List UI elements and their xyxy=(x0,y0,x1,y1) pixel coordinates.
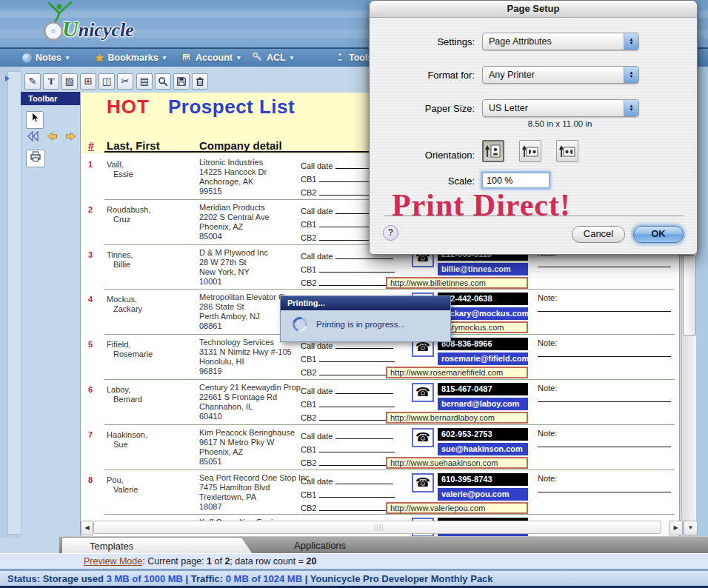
note-line xyxy=(538,447,671,447)
landscape-left-orientation-icon xyxy=(521,142,539,160)
next-page-button[interactable] xyxy=(63,131,78,146)
current-page-number: 1 xyxy=(207,556,212,567)
help-button[interactable]: ? xyxy=(383,225,398,241)
cut-button[interactable]: ✂ xyxy=(117,73,133,90)
landscape-right-orientation-icon xyxy=(558,142,576,160)
scroll-left-button[interactable]: ◀ xyxy=(81,521,93,535)
search-button[interactable] xyxy=(155,73,171,90)
printer-icon xyxy=(30,150,41,162)
print-direct-watermark: Print Direct! xyxy=(392,187,571,223)
email-link[interactable]: bernard@laboy.com xyxy=(438,398,528,410)
image-button[interactable]: ▨ xyxy=(61,73,78,90)
settings-value: Page Attributes xyxy=(483,36,624,47)
scroll-menu-button[interactable]: ▼ xyxy=(684,521,698,535)
company-address: Sea Port Record One Stop Inc7475 Hamilto… xyxy=(199,473,310,512)
status-prefix: Status: Storage used xyxy=(7,573,107,584)
chevron-down-icon: ▾ xyxy=(290,54,294,61)
ok-button[interactable]: OK xyxy=(633,226,684,243)
contact-last-name: Roudabush, xyxy=(107,205,150,214)
contact-first-name: Cruz xyxy=(113,215,130,224)
company-address: Litronic Industries14225 Hancock DrAncho… xyxy=(199,158,267,196)
format-for-dropdown[interactable]: Any Printer ▲▼ xyxy=(482,66,639,84)
page-setup-dialog: Page Setup Settings: Page Attributes ▲▼ … xyxy=(369,0,698,255)
cb1-line xyxy=(319,264,395,273)
website-link[interactable]: http://www.rosemariefifield.com xyxy=(386,367,528,378)
right-margin xyxy=(696,67,708,538)
website-link[interactable]: http://www.billietinnes.com xyxy=(386,277,528,289)
website-link[interactable]: http://www.bernardlaboy.com xyxy=(386,412,528,424)
company-address: Meridian Products2202 S Central AvePhoen… xyxy=(199,203,270,241)
email-link[interactable]: billie@tinnes.com xyxy=(438,263,528,275)
scale-input[interactable] xyxy=(482,173,550,188)
format-for-value: Any Printer xyxy=(483,70,624,80)
calculator-icon xyxy=(181,52,192,64)
orientation-portrait-button[interactable] xyxy=(482,140,504,162)
edit-button[interactable]: ✎ xyxy=(24,73,41,90)
contact-first-name: Billie xyxy=(113,260,130,269)
menu-item-notes[interactable]: Notes▾ xyxy=(22,49,69,67)
company-address: Century 21 Keewaydin Prop22661 S Frontag… xyxy=(199,383,301,421)
cancel-button[interactable]: Cancel xyxy=(572,226,625,243)
menu-item-bookmarks[interactable]: ★Bookmarks▾ xyxy=(95,49,166,67)
save-button[interactable] xyxy=(173,73,190,90)
note-label: Note: xyxy=(538,474,557,483)
print-button[interactable] xyxy=(26,150,45,167)
phone-number: 610-395-8743 xyxy=(438,473,528,486)
cb1-line xyxy=(319,353,395,362)
scroll-right-button[interactable]: ▶ xyxy=(669,521,683,535)
call-date-line xyxy=(335,430,393,439)
cursor-tool-button[interactable] xyxy=(26,111,44,129)
call-log-fields: Call date CB1 CB2 xyxy=(301,340,395,380)
table-button[interactable]: ⊞ xyxy=(80,73,96,90)
printing-dialog-titlebar: Printing... xyxy=(281,296,450,310)
email-link[interactable]: zackary@mockus.com xyxy=(438,307,528,320)
menu-item-account[interactable]: Account▾ xyxy=(181,49,241,67)
app-window: Unicycle Notes▾★Bookmarks▾Account▾ACL▾To… xyxy=(0,0,708,588)
call-date-line xyxy=(335,385,393,394)
orientation-landscape-right-button[interactable] xyxy=(556,140,578,162)
website-link[interactable]: http://www.valeriepou.com xyxy=(386,502,528,514)
chevron-down-icon: ▾ xyxy=(237,54,241,61)
bottom-tabs-bar: Templates Applications xyxy=(59,536,708,554)
row-number: 3 xyxy=(88,250,93,259)
paper-size-dropdown[interactable]: US Letter ▲▼ xyxy=(482,99,639,117)
orientation-landscape-left-button[interactable] xyxy=(519,140,541,162)
contact-last-name: Vaill, xyxy=(107,160,124,169)
tab-templates[interactable]: Templates xyxy=(61,537,253,554)
document-button[interactable]: ▤ xyxy=(136,73,153,90)
columns-button[interactable]: ◫ xyxy=(98,73,115,90)
cb2-line xyxy=(319,412,395,421)
cb1-line xyxy=(319,444,395,452)
storage-usage: 3 MB of 1000 MB xyxy=(107,573,183,584)
call-log-fields: Call date CB1 CB2 xyxy=(301,475,395,515)
person-icon xyxy=(335,52,345,64)
save-icon xyxy=(176,78,187,89)
email-link[interactable]: rosemarie@fifield.com xyxy=(438,353,528,365)
vertical-scrollbar-thumb[interactable] xyxy=(683,255,696,336)
delete-button[interactable] xyxy=(192,73,208,90)
expand-panel-arrow-icon[interactable] xyxy=(4,72,11,85)
previous-page-button[interactable] xyxy=(44,131,59,146)
report-title-hot: HOT xyxy=(107,96,150,118)
preview-mode-link[interactable]: Preview Mode xyxy=(84,556,142,567)
menu-item-acl[interactable]: ACL▾ xyxy=(252,49,293,67)
sidebar-title: Toolbar xyxy=(21,92,80,105)
first-page-button[interactable] xyxy=(25,130,40,145)
globe-icon xyxy=(22,53,32,63)
contact-last-name: Tinnes, xyxy=(107,250,133,259)
email-link[interactable]: valerie@pou.com xyxy=(438,488,528,501)
data-row-count: 20 xyxy=(307,556,317,567)
star-icon: ★ xyxy=(95,52,104,64)
email-link[interactable]: sue@haakinson.com xyxy=(438,443,528,455)
contact-first-name: Valerie xyxy=(113,485,138,494)
text-button[interactable]: T xyxy=(43,73,59,90)
phone-icon: ☎ xyxy=(412,473,434,492)
printing-progress-message: Printing is in progress... xyxy=(316,320,405,329)
website-link[interactable]: http://www.suehaakinson.com xyxy=(386,457,528,469)
row-number: 5 xyxy=(88,340,93,349)
collapsed-panel-strip xyxy=(7,71,21,535)
settings-label: Settings: xyxy=(370,36,475,47)
settings-dropdown[interactable]: Page Attributes ▲▼ xyxy=(482,33,639,50)
tab-applications[interactable]: Applications xyxy=(294,540,346,551)
delete-icon xyxy=(195,78,205,89)
